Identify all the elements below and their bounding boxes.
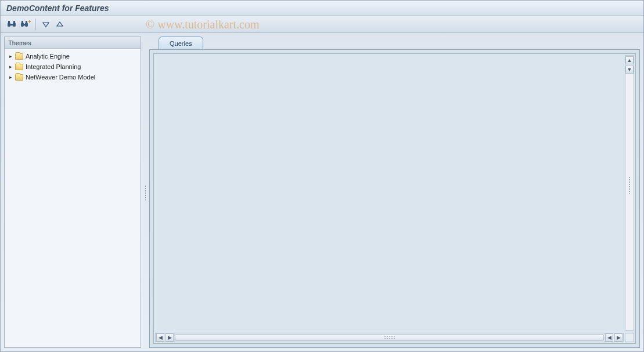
tab-label: Queries [170, 40, 192, 47]
toolbar: © www.tutorialkart.com [1, 16, 643, 33]
scroll-up-icon[interactable]: ▲ [625, 56, 634, 64]
scroll-corner [625, 333, 634, 342]
tree-item-label: Integrated Planning [26, 63, 81, 70]
app-window: DemoContent for Features [0, 0, 644, 352]
horizontal-scrollbar[interactable]: ◀ ▶ ◀ ▶ [155, 333, 624, 342]
svg-rect-8 [21, 21, 23, 23]
triangle-up-icon [56, 21, 63, 28]
content-frame: ▲ ▼ ◀ ▶ ◀ ▶ [149, 49, 640, 348]
binoculars-plus-icon [20, 20, 31, 28]
tree-item-netweaver-demo-model[interactable]: ▸ NetWeaver Demo Model [6, 72, 139, 82]
binoculars-icon [7, 20, 16, 28]
vscroll-track[interactable] [625, 74, 634, 330]
collapse-all-button[interactable] [53, 18, 66, 31]
scroll-right-icon[interactable]: ▶ [166, 333, 174, 342]
scroll-left-end-icon[interactable]: ◀ [605, 333, 613, 342]
svg-rect-3 [8, 21, 10, 23]
folder-icon [15, 64, 23, 70]
find-button[interactable] [5, 18, 18, 31]
themes-panel: Themes ▸ Analytic Engine ▸ Integrated Pl… [4, 37, 141, 348]
body-area: Themes ▸ Analytic Engine ▸ Integrated Pl… [1, 33, 643, 351]
themes-tree: ▸ Analytic Engine ▸ Integrated Planning … [5, 49, 141, 85]
tree-item-label: NetWeaver Demo Model [26, 74, 95, 81]
tree-item-integrated-planning[interactable]: ▸ Integrated Planning [6, 61, 139, 72]
tabstrip: Queries [149, 37, 640, 49]
vertical-scrollbar[interactable]: ▲ ▼ [625, 55, 634, 331]
hscroll-thumb[interactable] [175, 334, 604, 341]
hscroll-track[interactable] [174, 333, 605, 342]
svg-rect-7 [23, 24, 26, 26]
toolbar-separator [35, 19, 36, 30]
scroll-down-icon[interactable]: ▼ [625, 66, 634, 74]
titlebar: DemoContent for Features [1, 1, 643, 16]
watermark: © www.tutorialkart.com [146, 18, 260, 31]
tree-item-analytic-engine[interactable]: ▸ Analytic Engine [6, 51, 139, 61]
caret-right-icon: ▸ [8, 54, 13, 59]
svg-rect-2 [10, 24, 13, 26]
svg-rect-9 [26, 21, 27, 23]
grip-icon [384, 336, 395, 339]
triangle-down-icon [42, 21, 49, 28]
expand-all-button[interactable] [39, 18, 52, 31]
tab-queries[interactable]: Queries [159, 37, 203, 49]
themes-header: Themes [5, 37, 141, 49]
tree-item-label: Analytic Engine [26, 53, 70, 60]
queries-canvas [154, 54, 635, 343]
main-panel: Queries ▲ ▼ ◀ ▶ [149, 37, 640, 348]
caret-right-icon: ▸ [8, 64, 13, 69]
page-title: DemoContent for Features [6, 3, 109, 13]
folder-icon [15, 53, 23, 60]
find-next-button[interactable] [19, 18, 32, 31]
grip-icon [628, 176, 631, 194]
scroll-right-end-icon[interactable]: ▶ [614, 333, 623, 342]
scroll-left-icon[interactable]: ◀ [156, 333, 164, 342]
content-inner: ▲ ▼ ◀ ▶ ◀ ▶ [153, 53, 636, 344]
grip-dots-icon [145, 185, 146, 200]
svg-rect-4 [13, 21, 15, 23]
caret-right-icon: ▸ [8, 75, 13, 79]
splitter-handle[interactable] [143, 37, 147, 348]
folder-icon [15, 74, 23, 81]
